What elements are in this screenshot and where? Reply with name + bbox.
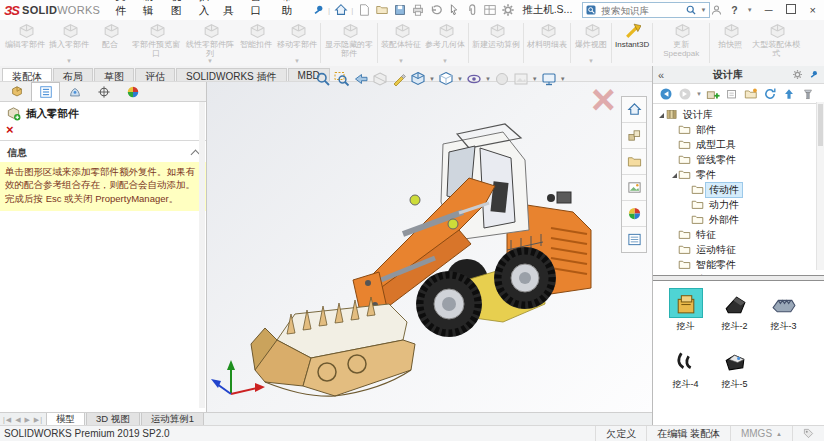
tab-草图[interactable]: 草图 <box>94 68 134 81</box>
refresh-icon[interactable] <box>762 86 778 101</box>
home-icon[interactable] <box>622 97 646 123</box>
home-icon[interactable] <box>332 2 349 18</box>
ribbon-button-移动零部件[interactable]: 移动零部件▼ <box>275 20 319 66</box>
add-file-location-icon[interactable] <box>724 86 740 101</box>
minimize-button[interactable]: ─ <box>762 4 776 16</box>
ribbon-button-Instant3D[interactable]: Instant3D <box>613 20 651 66</box>
view-palette-icon[interactable] <box>622 175 646 201</box>
display-manager-tab[interactable] <box>118 82 147 101</box>
help-button[interactable]: ? <box>731 4 737 16</box>
dropdown-caret-icon[interactable]: ▼ <box>696 91 702 97</box>
dropdown-caret-icon[interactable]: ▼ <box>532 76 538 82</box>
ribbon-button-大型装配体模式[interactable]: 大型装配体模式 <box>749 20 803 66</box>
search-caret-icon[interactable]: ▼ <box>700 7 706 13</box>
help-caret-icon[interactable]: ▼ <box>747 7 753 13</box>
tab-SOLIDWORKS 插件[interactable]: SOLIDWORKS 插件 <box>176 68 287 81</box>
options-gear-icon[interactable] <box>499 2 516 18</box>
tree-item-设计库[interactable]: 设计库 <box>653 107 824 122</box>
dropdown-caret-icon[interactable]: ▼ <box>457 76 463 82</box>
tree-item-注解[interactable]: 注解 <box>653 272 824 275</box>
tree-item-部件[interactable]: 部件 <box>653 122 824 137</box>
tab-评估[interactable]: 评估 <box>135 68 175 81</box>
ribbon-button-线性零部件阵列[interactable]: 线性零部件阵列▼ <box>183 20 237 66</box>
tree-item-管线零件[interactable]: 管线零件 <box>653 152 824 167</box>
ribbon-button-新建运动算例[interactable]: 新建运动算例 <box>470 20 522 66</box>
dropdown-caret-icon[interactable]: ▼ <box>485 76 491 82</box>
tab-装配体[interactable]: 装配体 <box>2 68 52 81</box>
pin-icon[interactable] <box>309 2 326 18</box>
up-one-level-icon[interactable] <box>781 86 797 101</box>
open-icon[interactable] <box>373 2 390 18</box>
new-doc-icon[interactable] <box>355 2 372 18</box>
ribbon-button-显示隐藏的零部件[interactable]: 显示隐藏的零部件 <box>322 20 376 66</box>
dimxpert-manager-tab[interactable] <box>89 82 118 101</box>
back-icon[interactable] <box>658 86 674 101</box>
tab-nav-arrows[interactable]: |◀ ◀ ▶ ▶| <box>0 416 46 424</box>
ribbon-button-参考几何体[interactable]: 参考几何体▼ <box>423 20 467 66</box>
library-item-挖斗[interactable]: 挖斗 <box>661 289 710 333</box>
library-item-挖斗-5[interactable]: 挖斗-5 <box>710 347 759 391</box>
tree-item-零件[interactable]: 零件 <box>653 167 824 182</box>
graphics-area[interactable]: × <box>207 82 652 412</box>
save-icon[interactable] <box>391 2 408 18</box>
dropdown-caret-icon[interactable]: ▼ <box>207 59 213 66</box>
zoom-to-area-icon[interactable] <box>333 70 351 87</box>
print-icon[interactable] <box>409 2 426 18</box>
tree-item-运动特征[interactable]: 运动特征 <box>653 242 824 257</box>
library-item-挖斗-3[interactable]: 挖斗-3 <box>759 289 808 333</box>
configuration-manager-tab[interactable] <box>60 82 89 101</box>
units-dropdown[interactable]: MMGS▲ <box>730 426 792 441</box>
display-style-icon[interactable] <box>437 70 455 87</box>
ribbon-button-编辑零部件[interactable]: 编辑零部件 <box>3 20 47 66</box>
ribbon-button-智能扣件[interactable]: 智能扣件 <box>237 20 275 66</box>
search-input[interactable] <box>599 4 683 17</box>
create-new-folder-icon[interactable] <box>743 86 759 101</box>
search-box[interactable]: ▼ <box>582 2 710 18</box>
ribbon-button-配合[interactable]: 配合 <box>91 20 129 66</box>
tab-布局[interactable]: 布局 <box>53 68 93 81</box>
tree-item-传动件[interactable]: 传动件 <box>653 182 824 197</box>
search-icon[interactable] <box>685 4 697 16</box>
ribbon-button-零部件预览窗口[interactable]: 零部件预览窗口 <box>129 20 183 66</box>
scrollbar-thumb[interactable] <box>818 104 823 146</box>
tree-item-成型工具[interactable]: 成型工具 <box>653 137 824 152</box>
dropdown-caret-icon[interactable]: ▼ <box>560 76 566 82</box>
pm-cancel-button[interactable]: × <box>0 124 206 138</box>
design-library-icon[interactable] <box>622 123 646 149</box>
appearances-icon[interactable] <box>622 201 646 227</box>
tree-item-特征[interactable]: 特征 <box>653 227 824 242</box>
view-orientation-icon[interactable] <box>409 70 427 87</box>
tree-item-动力件[interactable]: 动力件 <box>653 197 824 212</box>
file-explorer-icon[interactable] <box>622 149 646 175</box>
tree-item-外部件[interactable]: 外部件 <box>653 212 824 227</box>
expand-triangle-icon[interactable] <box>670 169 678 180</box>
ribbon-button-爆炸视图[interactable]: 爆炸视图▼ <box>572 20 610 66</box>
gear-icon[interactable] <box>792 69 803 80</box>
restore-button[interactable] <box>784 4 798 16</box>
pm-scrollbar[interactable] <box>199 102 205 408</box>
status-tag-icon[interactable] <box>792 426 824 441</box>
dropdown-caret-icon[interactable]: ▼ <box>398 59 404 66</box>
wheel-loader-model[interactable] <box>207 82 652 412</box>
ribbon-button-更新 Speedpak[interactable]: 更新 Speedpak <box>654 20 708 66</box>
select-icon[interactable] <box>445 2 462 18</box>
add-to-library-icon[interactable] <box>705 86 721 101</box>
view-settings-icon[interactable] <box>540 70 558 87</box>
fastener-icon[interactable] <box>800 86 816 101</box>
pin-icon[interactable] <box>808 69 819 80</box>
sketch-overlay-icon[interactable] <box>390 70 408 87</box>
feature-manager-tab[interactable] <box>2 82 31 101</box>
ribbon-button-拍快照[interactable]: 拍快照 <box>711 20 749 66</box>
dropdown-caret-icon[interactable]: ▼ <box>66 59 72 66</box>
hide-show-items-icon[interactable] <box>465 70 483 87</box>
table-icon[interactable] <box>481 2 498 18</box>
ribbon-button-装配体特征[interactable]: 装配体特征▼ <box>379 20 423 66</box>
tree-scrollbar[interactable] <box>816 102 824 270</box>
dropdown-caret-icon[interactable]: ▼ <box>442 59 448 66</box>
ribbon-button-插入零部件[interactable]: 插入零部件▼ <box>47 20 91 66</box>
dropdown-caret-icon[interactable]: ▼ <box>429 76 435 82</box>
previous-view-icon[interactable] <box>352 70 370 87</box>
library-item-挖斗-4[interactable]: 挖斗-4 <box>661 347 710 391</box>
property-manager-tab[interactable] <box>31 82 60 101</box>
viewport-cancel-x[interactable]: × <box>591 82 616 124</box>
